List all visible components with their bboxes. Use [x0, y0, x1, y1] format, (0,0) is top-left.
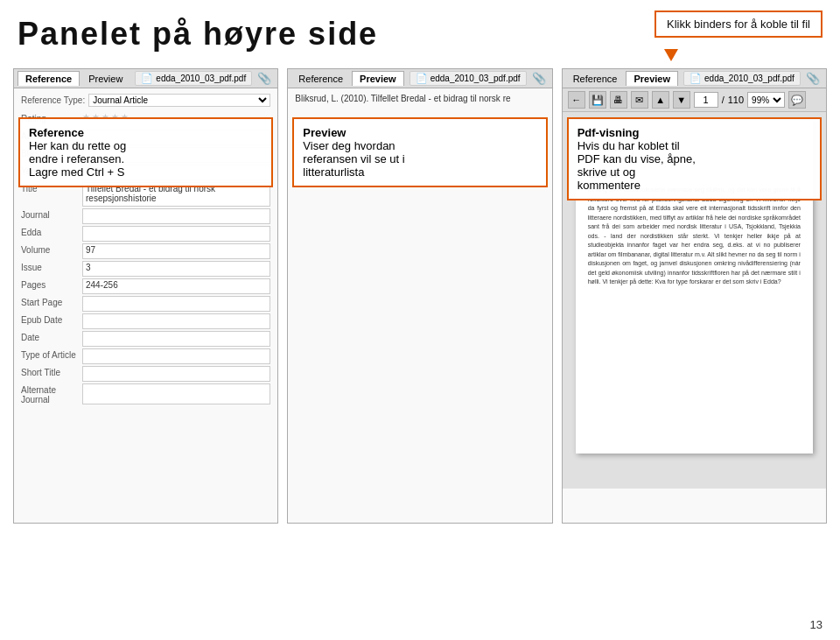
pdf-icon-3: 📄: [690, 73, 702, 84]
tab-reference-3[interactable]: Reference: [566, 72, 625, 86]
ref-overlay-line2: Her kan du rette og: [29, 139, 262, 152]
prev-overlay-line2: Viser deg hvordan: [303, 139, 536, 152]
file-tab-label-3: edda_2010_03_pdf.pdf: [704, 74, 794, 83]
pdf-btn-save[interactable]: 💾: [589, 91, 606, 109]
start-page-label: Start Page: [21, 296, 82, 312]
pdf-panel-tabs: Reference Preview 📄 edda_2010_03_pdf.pdf…: [563, 69, 826, 88]
preview-panel: Reference Preview 📄 edda_2010_03_pdf.pdf…: [287, 68, 552, 524]
pdf-overlay: Pdf-visning Hvis du har koblet til PDF k…: [567, 117, 822, 200]
edda-row: Edda: [21, 226, 270, 242]
ref-type-select[interactable]: Journal Article: [88, 94, 270, 107]
reference-overlay: Reference Her kan du rette og endre i re…: [18, 117, 273, 187]
ref-type-label: Reference Type:: [21, 95, 85, 105]
short-title-row: Short Title: [21, 366, 270, 382]
type-of-article-value[interactable]: [82, 348, 270, 364]
edda-value[interactable]: [82, 226, 270, 242]
issue-value[interactable]: 3: [82, 261, 270, 277]
preview-overlay: Preview Viser deg hvordan referansen vil…: [292, 117, 547, 187]
epub-date-label: Epub Date: [21, 313, 82, 329]
file-tab-1[interactable]: 📄 edda_2010_03_pdf.pdf: [135, 71, 252, 86]
tab-reference-2[interactable]: Reference: [291, 72, 350, 86]
pdf-zoom-select[interactable]: 99%: [747, 92, 785, 108]
preview-panel-tabs: Reference Preview 📄 edda_2010_03_pdf.pdf…: [288, 69, 551, 88]
pdf-overlay-line5: kommentere: [578, 179, 811, 192]
page-number: 13: [810, 618, 822, 631]
tab-reference-1[interactable]: Reference: [18, 71, 80, 86]
preview-text-content: Bliksrud, L. (2010). Tilfellet Bredal - …: [288, 88, 551, 114]
file-tab-label-2: edda_2010_03_pdf.pdf: [430, 74, 521, 83]
tab-preview-3[interactable]: Preview: [626, 71, 678, 86]
file-tab-label-1: edda_2010_03_pdf.pdf: [156, 74, 246, 83]
volume-label: Volume: [21, 243, 82, 259]
start-page-row: Start Page: [21, 296, 270, 312]
pages-row: Pages 244-256: [21, 278, 270, 294]
pdf-page-input[interactable]: [694, 92, 718, 108]
prev-overlay-line4: litteraturlista: [303, 165, 536, 179]
file-tab-2[interactable]: 📄 edda_2010_03_pdf.pdf: [410, 71, 527, 86]
epub-date-row: Epub Date: [21, 313, 270, 329]
type-of-article-label: Type of Article: [21, 348, 82, 364]
file-tab-3[interactable]: 📄 edda_2010_03_pdf.pdf: [683, 71, 801, 86]
pdf-btn-comment[interactable]: 💬: [788, 91, 806, 109]
pdf-icon-2: 📄: [416, 73, 428, 84]
tab-preview-1[interactable]: Preview: [81, 72, 130, 86]
preview-text: Bliksrud, L. (2010). Tilfellet Bredal - …: [295, 94, 544, 103]
pdf-btn-up[interactable]: ▲: [652, 91, 669, 109]
reference-panel-tabs: Reference Preview 📄 edda_2010_03_pdf.pdf…: [14, 69, 277, 88]
ref-type-row: Reference Type: Journal Article: [21, 94, 270, 107]
volume-value[interactable]: 97: [82, 243, 270, 259]
edda-label: Edda: [21, 226, 82, 242]
alt-journal-value[interactable]: [82, 383, 270, 404]
clip-icon-3[interactable]: 📎: [806, 72, 820, 85]
date-row: Date: [21, 331, 270, 347]
journal-label: Journal: [21, 208, 82, 224]
reference-panel: Reference Preview 📄 edda_2010_03_pdf.pdf…: [13, 68, 278, 524]
clip-icon-2[interactable]: 📎: [532, 72, 546, 85]
type-of-article-row: Type of Article: [21, 348, 270, 364]
date-label: Date: [21, 331, 82, 347]
issue-row: Issue 3: [21, 261, 270, 277]
pdf-icon-1: 📄: [141, 73, 153, 84]
pdf-page-total: 110: [728, 95, 744, 105]
volume-row: Volume 97: [21, 243, 270, 259]
ref-overlay-line4: Lagre med Ctrl + S: [29, 165, 262, 179]
journal-row: Journal: [21, 208, 270, 224]
pdf-overlay-line2: Hvis du har koblet til: [578, 139, 811, 152]
alt-journal-label: Alternate Journal: [21, 383, 82, 404]
epub-date-value[interactable]: [82, 313, 270, 329]
prev-overlay-line3: referansen vil se ut i: [303, 152, 536, 165]
annotation-top-box: Klikk binders for å koble til fil: [654, 11, 822, 38]
journal-value[interactable]: [82, 208, 270, 224]
pdf-toolbar: ← 💾 🖶 ✉ ▲ ▼ / 110 99% 💬: [563, 88, 826, 112]
pdf-body-text: Et lang sikt i Edda fokuserte nærmare se…: [588, 186, 801, 287]
pdf-btn-print[interactable]: 🖶: [610, 91, 627, 109]
pdf-panel: Reference Preview 📄 edda_2010_03_pdf.pdf…: [562, 68, 827, 524]
clip-icon-1[interactable]: 📎: [257, 72, 271, 85]
pdf-page-sep: /: [722, 95, 724, 105]
alt-journal-row: Alternate Journal: [21, 383, 270, 404]
pdf-btn-mail[interactable]: ✉: [631, 91, 648, 109]
pdf-overlay-line1: Pdf-visning: [578, 126, 811, 139]
tab-preview-2[interactable]: Preview: [352, 71, 404, 86]
pdf-overlay-line4: skrive ut og: [578, 165, 811, 179]
date-value[interactable]: [82, 331, 270, 347]
prev-overlay-line1: Preview: [303, 126, 536, 139]
pages-value[interactable]: 244-256: [82, 278, 270, 294]
ref-overlay-line3: endre i referansen.: [29, 152, 262, 165]
panels-container: Reference Preview 📄 edda_2010_03_pdf.pdf…: [0, 68, 840, 524]
short-title-label: Short Title: [21, 366, 82, 382]
pdf-btn-arrow-left[interactable]: ←: [568, 91, 585, 109]
arrow-down-icon: [664, 49, 678, 61]
short-title-value[interactable]: [82, 366, 270, 382]
pages-label: Pages: [21, 278, 82, 294]
pdf-btn-down[interactable]: ▼: [673, 91, 690, 109]
issue-label: Issue: [21, 261, 82, 277]
ref-overlay-line1: Reference: [29, 126, 262, 139]
pdf-overlay-line3: PDF kan du vise, åpne,: [578, 152, 811, 165]
start-page-value[interactable]: [82, 296, 270, 312]
